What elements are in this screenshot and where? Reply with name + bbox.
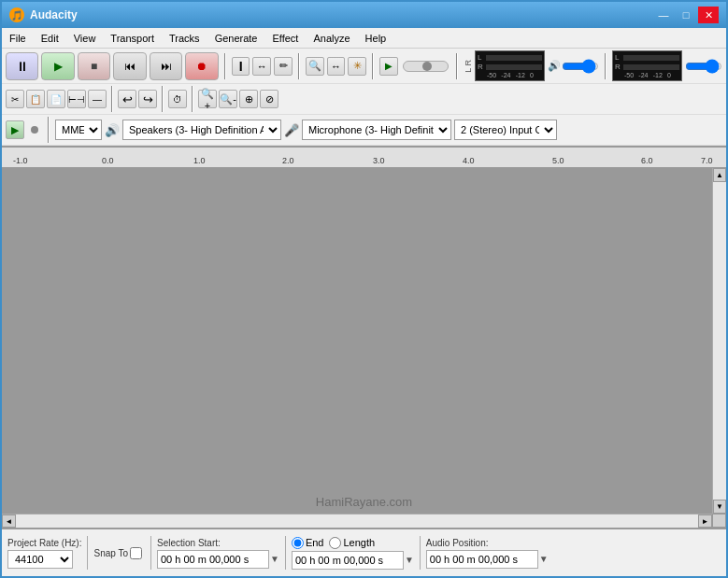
minimize-button[interactable]: — <box>653 7 674 23</box>
scroll-track-vertical <box>713 182 726 500</box>
output-device-select[interactable]: Speakers (3- High Definition Au <box>122 120 281 140</box>
zoom-in-button[interactable]: 🔍+ <box>198 90 217 108</box>
length-radio[interactable] <box>329 537 341 549</box>
tick-4: 4.0 <box>463 156 475 165</box>
tick--1: -1.0 <box>13 156 28 165</box>
tick-5: 5.0 <box>552 156 564 165</box>
titlebar: 🎵 Audacity — □ ✕ <box>2 2 726 28</box>
tick-3: 3.0 <box>373 156 385 165</box>
host-select[interactable]: MME DirectSound WASAPI <box>55 120 102 140</box>
content-area: -1.0 0.0 1.0 2.0 3.0 4.0 5.0 6.0 7.0 ▲ <box>2 148 726 528</box>
maximize-button[interactable]: □ <box>676 7 696 23</box>
menu-edit[interactable]: Edit <box>34 28 66 48</box>
set-rate-button[interactable]: ⏱ <box>168 90 187 108</box>
play-small-button[interactable]: ▶ <box>6 120 24 139</box>
zoom-fit-button[interactable]: ⊘ <box>260 90 278 108</box>
input-gain-section <box>685 61 722 72</box>
end-radio-label[interactable]: End <box>292 537 324 549</box>
zoom-out-button[interactable]: 🔍- <box>219 90 237 108</box>
length-radio-label[interactable]: Length <box>329 537 375 549</box>
zoom-sel-button[interactable]: ⊕ <box>239 90 258 108</box>
menu-help[interactable]: Help <box>358 28 394 48</box>
redo-button[interactable]: ↪ <box>138 90 157 108</box>
undo-button[interactable]: ↩ <box>118 90 136 108</box>
edit-toolbar-row: ✂ 📋 📄 ⊢⊣ — ↩ ↪ ⏱ 🔍+ 🔍- ⊕ ⊘ <box>2 84 726 115</box>
scroll-right-button[interactable]: ► <box>698 515 712 528</box>
tick-1: 1.0 <box>193 156 206 165</box>
close-button[interactable]: ✕ <box>698 7 719 23</box>
menu-analyze[interactable]: Analyze <box>306 28 357 48</box>
vertical-scrollbar[interactable]: ▲ ▼ <box>712 168 726 514</box>
tick-0: 0.0 <box>102 156 114 165</box>
toolbars-area: ⏸ ▶ ■ ⏮ ⏭ ⏺ I ↔ ✏ 🔍 ↔ <box>2 49 726 148</box>
silence-button[interactable]: — <box>88 90 107 108</box>
menu-view[interactable]: View <box>66 28 104 48</box>
volume-knob[interactable] <box>31 126 38 134</box>
trim-button[interactable]: ⊢⊣ <box>67 90 86 108</box>
skip-forward-button[interactable]: ⏭ <box>150 52 182 80</box>
end-length-group: End Length ▼ <box>292 537 414 570</box>
status-divider-1 <box>87 536 88 570</box>
copy-button[interactable]: 📋 <box>26 90 45 108</box>
channels-select[interactable]: 2 (Stereo) Input C 1 (Mono) Input <box>454 120 557 140</box>
output-meter-R: R <box>478 63 542 71</box>
track-region: ▲ ▼ ◄ ► HamiRayane.com <box>2 168 726 528</box>
envelope-tool-button[interactable]: ↔ <box>252 57 271 76</box>
menu-file[interactable]: File <box>2 28 34 48</box>
length-label: Length <box>343 537 375 548</box>
device-toolbar-row: ▶ MME DirectSound WASAPI 🔊 Speakers (3- … <box>2 115 726 146</box>
draw-tool-button[interactable]: ✏ <box>274 57 293 76</box>
snap-to-checkbox[interactable] <box>130 547 142 559</box>
zoom-tool-button[interactable]: 🔍 <box>306 57 324 76</box>
menu-generate[interactable]: Generate <box>207 28 265 48</box>
scroll-left-button[interactable]: ◄ <box>2 515 16 528</box>
track-canvas[interactable] <box>2 168 712 514</box>
audio-position-input[interactable] <box>426 550 538 569</box>
menu-transport[interactable]: Transport <box>103 28 162 48</box>
status-divider-4 <box>420 536 421 570</box>
multi-tool-button[interactable]: ✳ <box>348 57 366 76</box>
scroll-down-button[interactable]: ▼ <box>713 500 726 514</box>
output-gain-slider[interactable] <box>562 61 599 72</box>
timeline-ruler: -1.0 0.0 1.0 2.0 3.0 4.0 5.0 6.0 7.0 <box>2 148 726 168</box>
output-meter-L: L <box>478 53 542 62</box>
cut-button[interactable]: ✂ <box>6 90 24 108</box>
play-at-speed-button[interactable]: ▶ <box>379 57 398 76</box>
input-meter-R-bar <box>623 64 679 70</box>
menu-effect[interactable]: Effect <box>265 28 307 48</box>
selection-start-input[interactable] <box>157 550 269 569</box>
output-device-icon: 🔊 <box>105 123 120 137</box>
record-button[interactable]: ⏺ <box>185 52 218 80</box>
gain-icon: 🔊 <box>548 60 561 72</box>
menu-tracks[interactable]: Tracks <box>162 28 207 48</box>
project-rate-label: Project Rate (Hz): <box>7 538 81 548</box>
paste-button[interactable]: 📄 <box>47 90 65 108</box>
input-device-select[interactable]: Microphone (3- High Definition <box>302 120 451 140</box>
project-rate-group: Project Rate (Hz): 44100 22050 48000 960… <box>7 538 81 569</box>
tick-6: 6.0 <box>641 156 653 165</box>
input-meter-L-bar <box>623 55 679 61</box>
end-value-input[interactable] <box>292 551 404 570</box>
track-area: ▲ ▼ ◄ ► HamiRayane.com <box>2 168 726 528</box>
end-label: End <box>306 537 324 548</box>
project-rate-select[interactable]: 44100 22050 48000 96000 <box>7 550 73 569</box>
input-meter-R: R <box>615 63 679 71</box>
output-gain-section: 🔊 <box>548 60 599 72</box>
pause-button[interactable]: ⏸ <box>6 52 38 80</box>
play-at-speed-slider[interactable] <box>403 61 449 72</box>
edit-sep-3 <box>192 86 193 112</box>
end-radio[interactable] <box>292 537 304 549</box>
scroll-up-button[interactable]: ▲ <box>713 168 726 182</box>
stop-button[interactable]: ■ <box>78 52 110 80</box>
input-gain-slider[interactable] <box>685 61 722 72</box>
toolbar-separator-5 <box>605 53 607 79</box>
play-button[interactable]: ▶ <box>41 52 74 80</box>
status-divider-2 <box>150 536 151 570</box>
pause-icon: ⏸ <box>16 59 29 74</box>
skip-back-button[interactable]: ⏮ <box>113 52 146 80</box>
selection-tool-button[interactable]: I <box>232 57 250 76</box>
timeshift-tool-button[interactable]: ↔ <box>327 57 346 76</box>
tick-2: 2.0 <box>282 156 294 165</box>
toolbar-separator-3 <box>372 53 374 79</box>
horizontal-scrollbar[interactable]: ◄ ► <box>2 514 712 528</box>
